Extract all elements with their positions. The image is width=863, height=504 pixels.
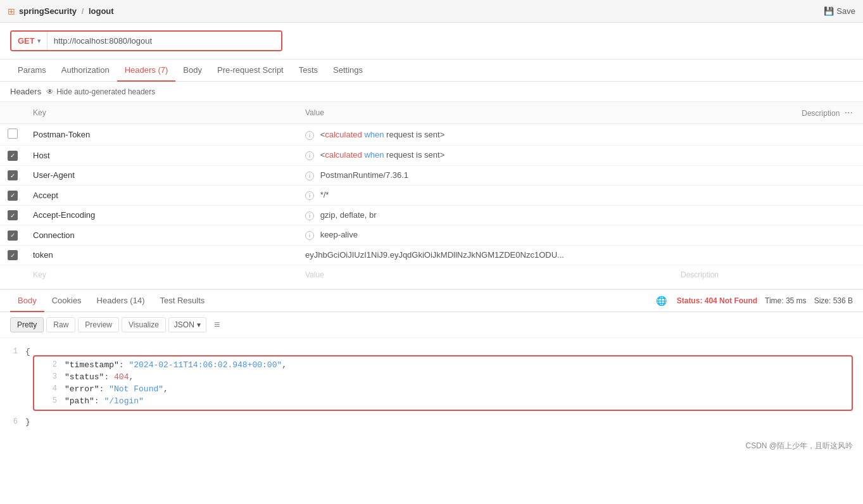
- save-button[interactable]: 💾 Save: [824, 6, 855, 16]
- filter-button[interactable]: ≡: [214, 319, 220, 331]
- col-key: Key: [25, 102, 298, 124]
- url-input[interactable]: [47, 32, 281, 50]
- tab-settings[interactable]: Settings: [325, 60, 370, 82]
- response-tabs: Body Cookies Headers (14) Test Results 🌐…: [0, 290, 863, 312]
- pretty-button[interactable]: Pretty: [10, 317, 44, 332]
- response-size: Size: 536 B: [814, 296, 853, 305]
- header-desc: [673, 146, 863, 166]
- header-key: User-Agent: [33, 170, 75, 180]
- headers-toolbar: Headers 👁 Hide auto-generated headers: [0, 82, 863, 102]
- status-badge: Status: 404 Not Found: [677, 296, 757, 305]
- row-checkbox[interactable]: [8, 210, 18, 220]
- url-bar: GET ▾: [10, 30, 282, 51]
- request-tabs: Params Authorization Headers (7) Body Pr…: [0, 60, 863, 82]
- info-icon[interactable]: i: [305, 172, 314, 180]
- code-line: 3 "status": 404,: [34, 371, 852, 383]
- row-checkbox[interactable]: [8, 191, 18, 201]
- line-number: 5: [39, 396, 65, 405]
- header-desc: [673, 205, 863, 225]
- header-key: Postman-Token: [33, 130, 90, 139]
- col-checkbox: [0, 102, 25, 124]
- header-value: <calculated when request is sent>: [320, 130, 445, 139]
- collection-icon: ⊞: [8, 6, 15, 16]
- header-value: <calculated when request is sent>: [320, 150, 445, 160]
- chevron-down-icon: ▾: [197, 320, 201, 329]
- header-value: eyJhbGciOiJIUzI1NiJ9.eyJqdGkiOiJkMDllNzJ…: [305, 250, 564, 260]
- more-button[interactable]: ···: [842, 107, 855, 118]
- save-icon: 💾: [824, 6, 834, 16]
- header-key: Host: [33, 151, 50, 160]
- watermark: CSDN @陌上少年，且听这风吟: [0, 436, 863, 457]
- info-icon[interactable]: i: [305, 211, 314, 220]
- header-desc: [673, 124, 863, 146]
- tab-params[interactable]: Params: [10, 60, 54, 82]
- row-checkbox[interactable]: [8, 129, 18, 139]
- method-label: GET: [18, 36, 35, 46]
- header-key: Accept-Encoding: [33, 210, 95, 220]
- url-section: GET ▾: [0, 23, 863, 60]
- table-row: Accept i */*: [0, 186, 863, 206]
- globe-icon: 🌐: [656, 296, 667, 306]
- row-checkbox[interactable]: [8, 170, 18, 180]
- line-number: 4: [39, 384, 65, 393]
- line-number: 3: [39, 372, 65, 381]
- line-number: 2: [39, 360, 65, 369]
- response-tab-body[interactable]: Body: [10, 290, 44, 312]
- visualize-button[interactable]: Visualize: [122, 317, 166, 332]
- info-icon[interactable]: i: [305, 151, 314, 160]
- hide-auto-headers-button[interactable]: 👁 Hide auto-generated headers: [46, 87, 155, 96]
- header-desc: [673, 186, 863, 206]
- header-key: token: [33, 250, 53, 260]
- header-key: Connection: [33, 230, 75, 240]
- top-bar: ⊞ springSecurity / logout 💾 Save: [0, 0, 863, 23]
- desc-placeholder: Description: [681, 270, 719, 279]
- table-row: User-Agent i PostmanRuntime/7.36.1: [0, 165, 863, 186]
- headers-label: Headers: [10, 87, 41, 96]
- key-placeholder: Key: [33, 270, 46, 279]
- line-number: 6: [0, 417, 25, 426]
- code-line: 6 }: [0, 416, 863, 428]
- header-value: keep-alive: [320, 230, 358, 239]
- header-value: gzip, deflate, br: [320, 210, 377, 220]
- table-row: Postman-Token i <calculated when request…: [0, 124, 863, 146]
- format-bar: Pretty Raw Preview Visualize JSON ▾ ≡: [0, 312, 863, 338]
- response-section: Body Cookies Headers (14) Test Results 🌐…: [0, 289, 863, 436]
- row-checkbox[interactable]: [8, 230, 18, 241]
- header-desc: [673, 225, 863, 246]
- response-code-area: 1 { 2 "timestamp": "2024-02-11T14:06:02.…: [0, 338, 863, 436]
- col-description: Description ···: [673, 102, 863, 124]
- code-line: 5 "path": "/login": [34, 395, 852, 407]
- tab-body[interactable]: Body: [175, 60, 210, 82]
- method-selector[interactable]: GET ▾: [11, 32, 47, 50]
- info-icon[interactable]: i: [305, 191, 314, 200]
- tab-authorization[interactable]: Authorization: [54, 60, 117, 82]
- response-time: Time: 35 ms: [765, 296, 807, 305]
- info-icon[interactable]: i: [305, 131, 314, 140]
- line-number: 1: [0, 347, 25, 356]
- chevron-down-icon: ▾: [37, 37, 41, 44]
- info-icon[interactable]: i: [305, 231, 314, 240]
- response-tab-test-results[interactable]: Test Results: [152, 290, 212, 312]
- breadcrumb: springSecurity / logout: [19, 6, 114, 16]
- table-row: Accept-Encoding i gzip, deflate, br: [0, 205, 863, 225]
- header-value: */*: [320, 190, 329, 199]
- value-placeholder: Value: [305, 270, 324, 279]
- row-checkbox[interactable]: [8, 250, 18, 260]
- table-row-empty: Key Value Description: [0, 265, 863, 284]
- headers-table: Key Value Description ··· Postman-Token …: [0, 102, 863, 284]
- format-select[interactable]: JSON ▾: [168, 317, 206, 332]
- response-meta: 🌐 Status: 404 Not Found Time: 35 ms Size…: [656, 290, 853, 312]
- col-value: Value: [298, 102, 673, 124]
- response-tab-headers[interactable]: Headers (14): [89, 290, 153, 312]
- table-row: Host i <calculated when request is sent>: [0, 146, 863, 166]
- tab-tests[interactable]: Tests: [291, 60, 325, 82]
- code-line: 2 "timestamp": "2024-02-11T14:06:02.948+…: [34, 359, 852, 371]
- row-checkbox[interactable]: [8, 151, 18, 161]
- tab-pre-request[interactable]: Pre-request Script: [210, 60, 291, 82]
- response-tab-cookies[interactable]: Cookies: [44, 290, 89, 312]
- raw-button[interactable]: Raw: [46, 317, 75, 332]
- tab-headers[interactable]: Headers (7): [117, 60, 176, 82]
- preview-button[interactable]: Preview: [78, 317, 119, 332]
- header-desc: [673, 245, 863, 265]
- table-row: Connection i keep-alive: [0, 225, 863, 246]
